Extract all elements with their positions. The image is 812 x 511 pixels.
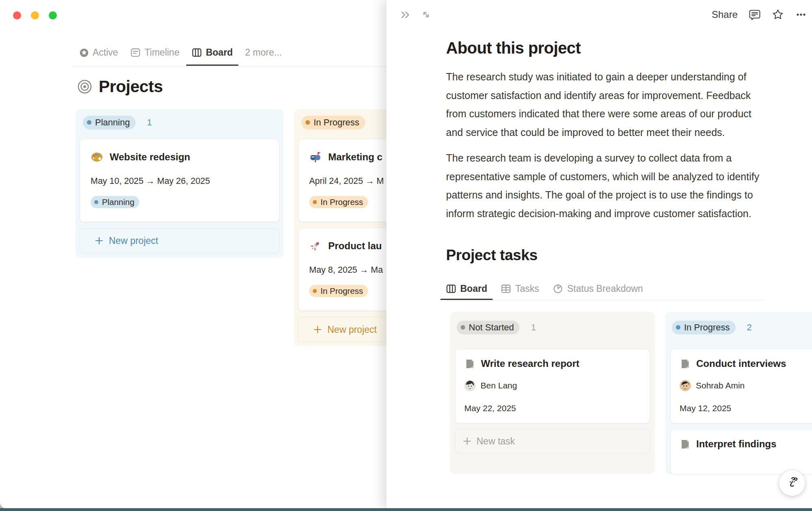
task-date: May 12, 2025 <box>680 403 812 413</box>
board-column-planning: Planning 1 Website redesign May 10, 2025… <box>76 109 284 258</box>
about-paragraph: The research team is developing a survey… <box>446 149 771 223</box>
status-pill-in-progress[interactable]: In Progress <box>672 321 736 334</box>
status-dot <box>313 289 317 293</box>
card-dates: May 10, 2025 → May 26, 2025 <box>91 176 269 186</box>
project-card-website-redesign[interactable]: Website redesign May 10, 2025 → May 26, … <box>80 139 279 222</box>
task-title: Conduct interviews <box>696 358 786 369</box>
sohrab-amin-avatar <box>680 380 691 391</box>
screen: Active Timeline Board 2 more... <box>0 0 812 511</box>
plus-icon <box>95 236 104 245</box>
tab-tasks-board[interactable]: Board <box>446 283 487 294</box>
page-icon <box>680 439 691 450</box>
task-card-conduct-interviews[interactable]: Conduct interviews Sohrab Amin May 12, 2… <box>670 349 812 423</box>
minimize-button[interactable] <box>31 11 39 19</box>
column-header: In Progress 2 <box>672 321 812 334</box>
assignee-name: Sohrab Amin <box>696 381 745 390</box>
about-heading: About this project <box>446 39 812 57</box>
task-date: May 22, 2025 <box>464 403 641 413</box>
status-dot <box>676 325 680 330</box>
task-card-write-research-report[interactable]: Write research report Ben Lang May 22, 2… <box>455 349 650 423</box>
rocket-icon <box>309 239 322 252</box>
task-title: Interpret findings <box>696 438 776 450</box>
notion-window: Active Timeline Board 2 more... <box>0 0 812 509</box>
double-chevron-right-icon[interactable] <box>400 9 411 20</box>
card-status-tag: In Progress <box>309 285 368 297</box>
column-header: Not Started 1 <box>457 321 650 334</box>
zoom-button[interactable] <box>49 11 57 19</box>
column-count: 1 <box>147 117 152 128</box>
tab-label: Tasks <box>515 283 539 294</box>
status-dot <box>305 120 310 125</box>
task-title: Write research report <box>481 358 579 369</box>
tab-active-view[interactable]: Active <box>80 47 118 58</box>
close-button[interactable] <box>13 11 21 19</box>
card-title: Product lau <box>328 240 382 252</box>
new-task-button[interactable]: New task <box>455 429 650 453</box>
status-dot <box>94 200 98 204</box>
plus-icon <box>463 437 472 446</box>
board-icon <box>446 284 456 294</box>
mailbox-icon <box>309 151 322 163</box>
tab-label: Board <box>460 283 487 294</box>
tab-label: Status Breakdown <box>567 283 643 294</box>
column-count: 1 <box>531 322 536 333</box>
pie-chart-icon <box>553 284 563 294</box>
window-controls <box>13 11 57 19</box>
tab-label: 2 more... <box>245 47 282 58</box>
peek-body: About this project The research study wa… <box>446 0 812 474</box>
assignee-name: Ben Lang <box>481 381 517 390</box>
column-header: Planning 1 <box>83 116 279 129</box>
status-pill-not-started[interactable]: Not Started <box>457 321 520 334</box>
tasks-heading: Project tasks <box>446 247 812 264</box>
card-title: Marketing c <box>328 151 382 163</box>
tab-label: Active <box>93 47 118 58</box>
task-card-interpret-findings[interactable]: Interpret findings <box>670 429 812 474</box>
tab-timeline-view[interactable]: Timeline <box>130 47 180 58</box>
plus-icon <box>313 325 322 334</box>
side-peek-panel: Share About this project The research st… <box>386 0 812 509</box>
page-title-row: Projects <box>77 77 163 96</box>
status-dot <box>87 120 91 125</box>
tab-more-views[interactable]: 2 more... <box>245 47 282 58</box>
page-icon <box>464 358 475 369</box>
tab-status-breakdown[interactable]: Status Breakdown <box>553 283 643 294</box>
page-icon <box>680 358 691 369</box>
table-icon <box>501 284 511 294</box>
star-circle-icon <box>80 48 89 57</box>
tab-board-view[interactable]: Board <box>192 47 233 58</box>
tasks-board: Not Started 1 Write research report <box>450 312 812 474</box>
about-paragraph: The research study was initiated to gain… <box>446 68 771 142</box>
card-title: Website redesign <box>110 151 190 163</box>
status-pill-in-progress[interactable]: In Progress <box>301 116 365 129</box>
tab-label: Board <box>206 47 233 58</box>
new-project-button[interactable]: New project <box>80 228 279 253</box>
board-icon <box>192 47 202 58</box>
tasks-tab-bar: Board Tasks Status Breakdown <box>446 278 762 300</box>
status-dot <box>461 325 465 330</box>
timeline-icon <box>130 47 141 58</box>
card-status-tag: In Progress <box>309 196 368 208</box>
page-title: Projects <box>99 77 163 96</box>
status-pill-planning[interactable]: Planning <box>83 116 136 129</box>
task-column-in-progress: In Progress 2 Conduct interviews <box>665 312 812 474</box>
column-count: 2 <box>747 322 752 333</box>
card-status-tag: Planning <box>91 196 139 208</box>
target-icon <box>77 79 92 94</box>
screen-bottom-edge <box>0 508 812 511</box>
expand-diagonal-icon[interactable] <box>421 9 431 20</box>
ben-lang-avatar <box>464 380 476 391</box>
notion-ai-button[interactable] <box>779 470 805 496</box>
notion-ai-face-icon <box>784 475 800 491</box>
tab-label: Timeline <box>145 47 180 58</box>
status-dot <box>313 200 317 204</box>
palette-icon <box>91 151 103 163</box>
tab-tasks-table[interactable]: Tasks <box>501 283 539 294</box>
view-tab-bar: Active Timeline Board 2 more... <box>71 39 388 67</box>
task-column-not-started: Not Started 1 Write research report <box>450 312 655 474</box>
